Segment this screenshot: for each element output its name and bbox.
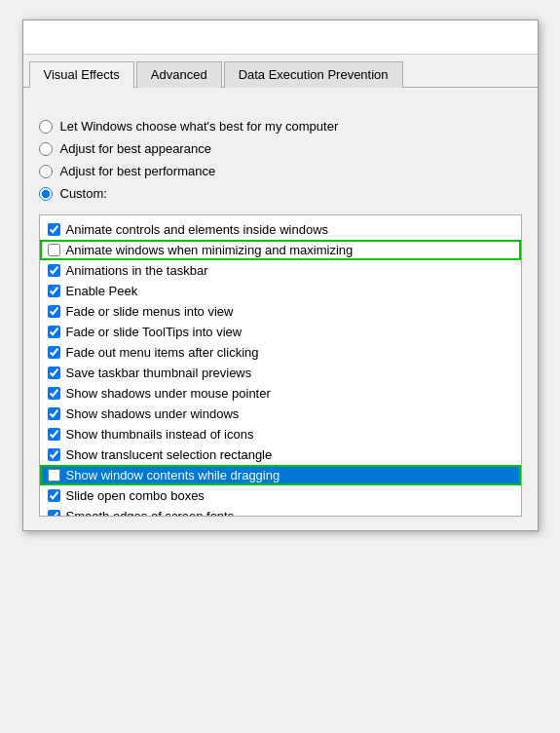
tab-advanced[interactable]: Advanced (136, 61, 222, 88)
checkbox-item-4[interactable]: Fade or slide menus into view (40, 301, 521, 322)
close-button[interactable] (510, 28, 528, 46)
checkbox-item-0[interactable]: Animate controls and elements inside win… (40, 219, 521, 240)
checkbox-item-2[interactable]: Animations in the taskbar (40, 260, 521, 281)
tab-bar: Visual Effects Advanced Data Execution P… (23, 55, 538, 88)
checkbox-item-1[interactable]: Animate windows when minimizing and maxi… (40, 240, 521, 260)
tab-visual-effects[interactable]: Visual Effects (29, 61, 134, 88)
checkbox-item-10[interactable]: Show thumbnails instead of icons (40, 424, 521, 444)
checkbox-item-5[interactable]: Fade or slide ToolTips into view (40, 322, 521, 342)
radio-group: Let Windows choose what's best for my co… (39, 119, 522, 201)
checkbox-item-3[interactable]: Enable Peek (40, 281, 521, 301)
checkbox-item-11[interactable]: Show translucent selection rectangle (40, 444, 521, 465)
tab-data-execution-prevention[interactable]: Data Execution Prevention (224, 61, 403, 88)
radio-option-1[interactable]: Adjust for best appearance (39, 141, 522, 156)
checkbox-item-13[interactable]: Slide open combo boxes (40, 485, 521, 506)
checkbox-item-14[interactable]: Smooth edges of screen fonts (40, 506, 521, 517)
checkbox-item-6[interactable]: Fade out menu items after clicking (40, 342, 521, 363)
checkbox-item-8[interactable]: Show shadows under mouse pointer (40, 383, 521, 404)
checkbox-item-12[interactable]: Show window contents while dragging (40, 465, 521, 485)
checkbox-item-7[interactable]: Save taskbar thumbnail previews (40, 363, 521, 383)
radio-option-2[interactable]: Adjust for best performance (39, 164, 522, 178)
performance-options-window: Visual Effects Advanced Data Execution P… (22, 19, 539, 531)
checkbox-item-9[interactable]: Show shadows under windows (40, 404, 521, 424)
title-bar (23, 20, 538, 55)
checkbox-list[interactable]: Animate controls and elements inside win… (39, 214, 522, 517)
radio-option-0[interactable]: Let Windows choose what's best for my co… (39, 119, 522, 134)
radio-option-3[interactable]: Custom: (39, 186, 522, 201)
tab-content: Let Windows choose what's best for my co… (23, 88, 538, 530)
